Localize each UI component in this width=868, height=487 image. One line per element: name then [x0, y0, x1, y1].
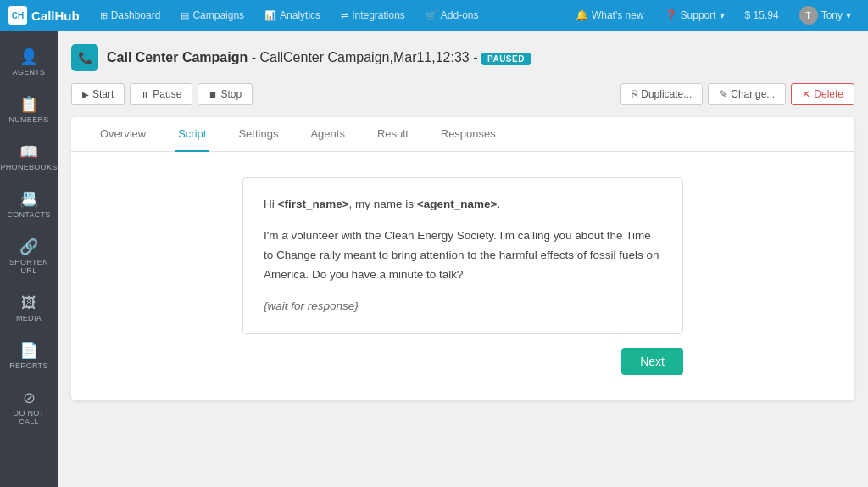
integrations-icon: ⇌ [341, 10, 348, 21]
sidebar-item-media[interactable]: 🖼 MEDIA [0, 285, 58, 333]
stop-icon: ⏹ [209, 90, 217, 99]
tab-overview[interactable]: Overview [97, 117, 149, 152]
start-button[interactable]: ▶ Start [71, 83, 125, 105]
nav-addons[interactable]: 🛒 Add-ons [417, 0, 487, 31]
whats-new[interactable]: 🔔 What's new [567, 0, 653, 31]
toolbar: ▶ Start ⏸ Pause ⏹ Stop ⎘ Duplicate... ✎ … [71, 83, 854, 105]
change-button[interactable]: ✎ Change... [708, 83, 786, 105]
main-layout: 👤 AGENTS 📋 NUMBERS 📖 PHONEBOOKS 📇 CONTAC… [0, 31, 868, 487]
pause-button[interactable]: ⏸ Pause [130, 83, 192, 105]
media-icon: 🖼 [21, 295, 36, 311]
do-not-call-icon: ⊘ [23, 390, 36, 406]
script-wait: {wait for response} [264, 297, 662, 316]
pause-icon: ⏸ [141, 90, 149, 99]
bell-icon: 🔔 [576, 9, 588, 21]
sidebar-item-contacts[interactable]: 📇 CONTACTS [0, 182, 58, 229]
toolbar-right: ⎘ Duplicate... ✎ Change... ✕ Delete [620, 83, 854, 105]
first-name-placeholder: <first_name> [278, 198, 349, 210]
logo-icon: CH [8, 6, 27, 25]
nav-integrations[interactable]: ⇌ Integrations [332, 0, 414, 31]
sidebar-item-agents[interactable]: 👤 AGENTS [0, 39, 58, 87]
content-area: 📞 Call Center Campaign - CallCenter Camp… [58, 31, 868, 487]
campaign-header: 📞 Call Center Campaign - CallCenter Camp… [71, 44, 854, 71]
balance: $ 15.94 [737, 0, 787, 31]
status-badge: PAUSED [481, 53, 531, 65]
tab-responses[interactable]: Responses [437, 117, 499, 152]
sidebar-item-reports[interactable]: 📄 REPORTS [0, 333, 58, 380]
next-button[interactable]: Next [621, 348, 683, 375]
numbers-icon: 📋 [19, 97, 38, 112]
sidebar-item-phonebooks[interactable]: 📖 PHONEBOOKS [0, 134, 58, 182]
avatar: T [799, 6, 818, 25]
agent-name-placeholder: <agent_name> [417, 198, 498, 210]
tab-script[interactable]: Script [175, 117, 209, 152]
nav-right: 🔔 What's new ❓ Support ▾ $ 15.94 T Tony … [567, 0, 860, 31]
logo-text: CallHub [31, 8, 80, 23]
script-line2: I'm a volunteer with the Clean Energy So… [264, 227, 662, 285]
nav-campaigns[interactable]: ▤ Campaigns [172, 0, 253, 31]
sidebar-item-numbers[interactable]: 📋 NUMBERS [0, 87, 58, 134]
next-btn-row: Next [242, 348, 683, 375]
sidebar-item-do-not-call[interactable]: ⊘ DO NOT CALL [0, 380, 58, 436]
delete-button[interactable]: ✕ Delete [791, 83, 854, 105]
reports-icon: 📄 [19, 343, 38, 358]
campaign-icon: 📞 [71, 44, 98, 71]
support-icon: ❓ [665, 9, 677, 21]
user-menu[interactable]: T Tony ▾ [791, 0, 860, 31]
shorten-url-icon: 🔗 [19, 239, 38, 255]
sidebar: 👤 AGENTS 📋 NUMBERS 📖 PHONEBOOKS 📇 CONTAC… [0, 31, 58, 487]
tabs: Overview Script Settings Agents Result R… [71, 117, 854, 152]
duplicate-button[interactable]: ⎘ Duplicate... [620, 83, 703, 105]
delete-icon: ✕ [802, 88, 810, 100]
stop-button[interactable]: ⏹ Stop [198, 83, 253, 105]
addons-icon: 🛒 [426, 10, 437, 21]
user-chevron: ▾ [846, 9, 851, 21]
contacts-icon: 📇 [19, 192, 38, 207]
analytics-icon: 📊 [264, 10, 276, 21]
script-box: Hi <first_name>, my name is <agent_name>… [242, 177, 683, 334]
campaign-card: Overview Script Settings Agents Result R… [71, 117, 854, 400]
campaigns-icon: ▤ [181, 10, 189, 21]
logo[interactable]: CH CallHub [8, 6, 80, 25]
tab-agents[interactable]: Agents [307, 117, 348, 152]
support-chevron: ▾ [720, 9, 725, 21]
play-icon: ▶ [82, 90, 89, 99]
nav-analytics[interactable]: 📊 Analytics [256, 0, 329, 31]
phonebooks-icon: 📖 [19, 144, 38, 160]
tab-settings[interactable]: Settings [235, 117, 281, 152]
top-nav: CH CallHub ⊞ Dashboard ▤ Campaigns 📊 Ana… [0, 0, 868, 31]
agents-icon: 👤 [19, 49, 38, 64]
script-line1: Hi <first_name>, my name is <agent_name>… [264, 195, 662, 215]
script-container: Hi <first_name>, my name is <agent_name>… [71, 152, 854, 400]
sidebar-item-shorten-url[interactable]: 🔗 SHORTEN URL [0, 229, 58, 285]
tab-result[interactable]: Result [374, 117, 412, 152]
dashboard-icon: ⊞ [100, 10, 108, 21]
support-menu[interactable]: ❓ Support ▾ [656, 0, 733, 31]
edit-icon: ✎ [719, 88, 727, 100]
campaign-title: Call Center Campaign - CallCenter Campai… [107, 50, 531, 65]
duplicate-icon: ⎘ [632, 88, 637, 100]
nav-dashboard[interactable]: ⊞ Dashboard [92, 0, 170, 31]
